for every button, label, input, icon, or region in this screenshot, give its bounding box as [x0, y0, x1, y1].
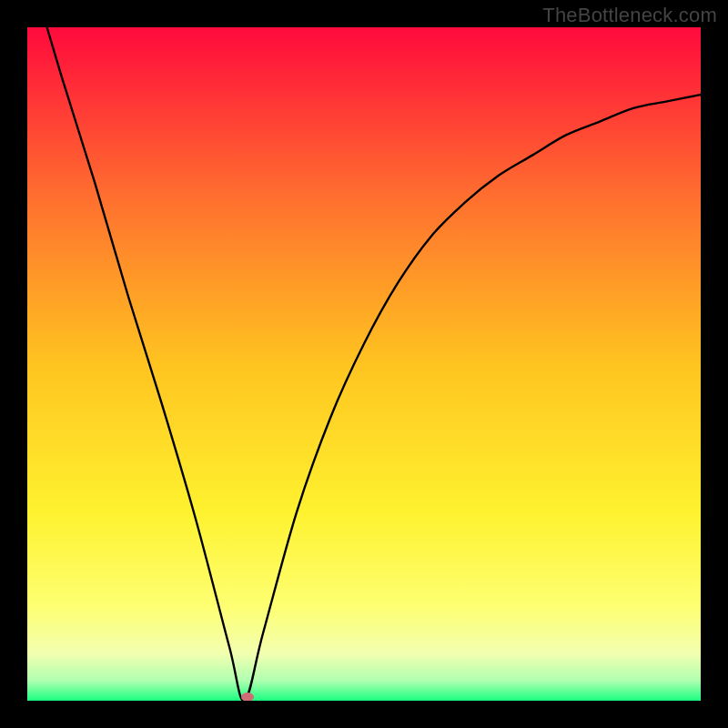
chart-frame: TheBottleneck.com — [0, 0, 728, 728]
plot-area — [27, 27, 701, 701]
optimal-marker — [241, 693, 254, 701]
bottleneck-curve — [27, 27, 701, 701]
watermark-label: TheBottleneck.com — [542, 4, 717, 27]
